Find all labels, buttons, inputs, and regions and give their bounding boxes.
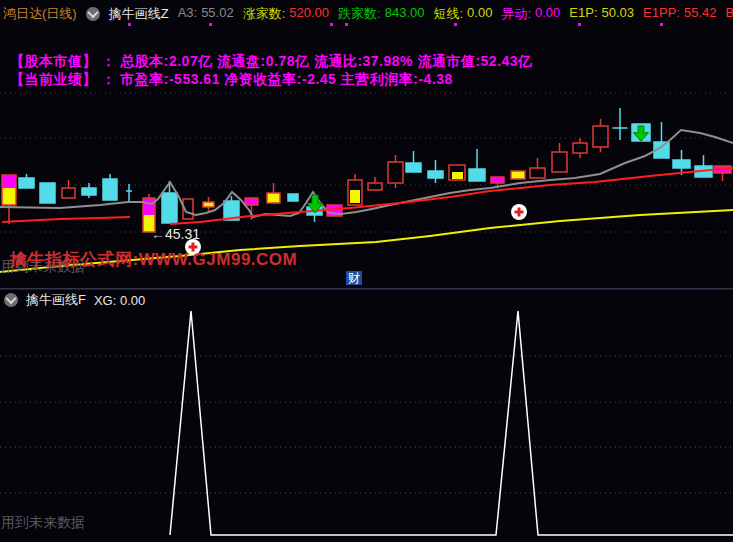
xg-value: 0.00 bbox=[120, 293, 145, 308]
panel-divider bbox=[0, 288, 733, 290]
candle-body bbox=[40, 183, 55, 203]
price-label: ←45.31 bbox=[151, 226, 200, 242]
magenta-tick-dot bbox=[660, 23, 663, 26]
sub-indicator-header: 擒牛画线F XG: 0.00 bbox=[4, 291, 145, 309]
candle-body bbox=[203, 202, 214, 207]
price-label-value: 45.31 bbox=[165, 226, 200, 242]
ma-line-gray bbox=[0, 130, 733, 217]
candle-body bbox=[245, 198, 258, 205]
candle-body bbox=[593, 126, 608, 147]
candle-body bbox=[2, 175, 16, 188]
candle-body bbox=[267, 193, 280, 203]
candle-body bbox=[406, 163, 421, 172]
ma-line-red bbox=[170, 168, 733, 224]
candle-body bbox=[469, 169, 485, 181]
candle-body bbox=[530, 168, 545, 178]
signal-spike-line bbox=[170, 311, 733, 535]
candle-body bbox=[62, 188, 75, 198]
price-chart[interactable] bbox=[0, 0, 733, 542]
magenta-tick-dot bbox=[209, 23, 212, 26]
candle-body bbox=[143, 198, 155, 215]
watermark-text: 擒牛指标公式网:WWW.GJM99.COM bbox=[10, 248, 297, 271]
left-arrow-icon: ← bbox=[151, 226, 165, 242]
magenta-tick-dot bbox=[128, 23, 131, 26]
future-data-note-sub: 用到未来数据 bbox=[1, 514, 85, 532]
candle-body bbox=[2, 188, 16, 205]
candle-body bbox=[388, 162, 403, 183]
xg-readout: XG: 0.00 bbox=[94, 293, 145, 308]
candle-body bbox=[511, 171, 525, 179]
candle-body bbox=[552, 152, 567, 172]
candle-body bbox=[573, 143, 587, 153]
candle-body bbox=[452, 172, 463, 179]
chevron-down-icon[interactable] bbox=[4, 293, 18, 307]
candle-body bbox=[491, 177, 504, 183]
candle-body bbox=[673, 160, 690, 168]
magenta-tick-dot bbox=[578, 23, 581, 26]
candle-body bbox=[162, 193, 177, 223]
cai-badge: 财 bbox=[346, 271, 362, 285]
xg-label: XG: bbox=[94, 293, 116, 308]
candle-body bbox=[19, 178, 34, 188]
sub-indicator-name[interactable]: 擒牛画线F bbox=[26, 291, 86, 309]
candle-body bbox=[288, 194, 298, 201]
candle-body bbox=[368, 183, 382, 190]
magenta-tick-dot bbox=[345, 23, 348, 26]
candle-body bbox=[103, 179, 117, 200]
magenta-tick-dot bbox=[454, 23, 457, 26]
magenta-tick-dot bbox=[330, 23, 333, 26]
candle-body bbox=[428, 171, 443, 178]
candle-body bbox=[82, 188, 96, 195]
trading-app-window: { "topbar": { "stock_name": "鸿日达(日线)", "… bbox=[0, 0, 733, 542]
ma-line-red bbox=[2, 217, 130, 222]
candle-body bbox=[350, 190, 360, 203]
